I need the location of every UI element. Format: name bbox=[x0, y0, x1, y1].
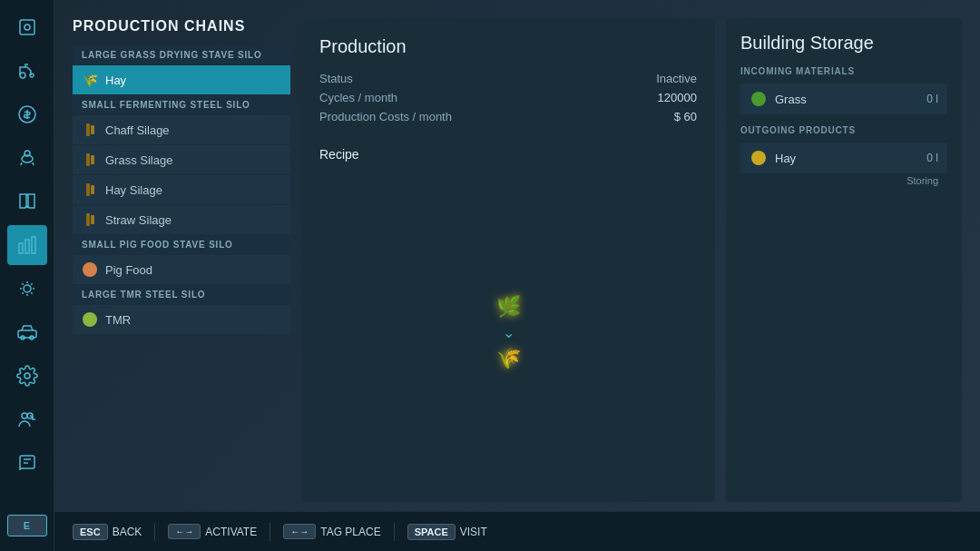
stat-label-status: Status bbox=[319, 72, 353, 85]
separator-2 bbox=[270, 523, 270, 541]
tmr-icon bbox=[82, 311, 98, 328]
sidebar-icon-settings[interactable] bbox=[7, 356, 47, 396]
section-header-large-grass: LARGE GRASS DRYING STAVE SILO bbox=[73, 45, 290, 64]
stat-row-costs: Production Costs / month $ 60 bbox=[319, 110, 697, 123]
sidebar-icon-contracts[interactable] bbox=[7, 399, 47, 439]
esc-back-btn[interactable]: ESC BACK bbox=[73, 524, 142, 540]
recipe-title: Recipe bbox=[319, 147, 697, 162]
chain-item-hay[interactable]: 🌾 Hay bbox=[73, 65, 290, 94]
chain-item-hay-silage[interactable]: Hay Silage bbox=[73, 175, 290, 204]
chain-item-straw-silage[interactable]: Straw Silage bbox=[73, 205, 290, 234]
bottom-bar: ESC BACK ←→ ACTIVATE ←→ TAG PLACE SPACE … bbox=[54, 511, 980, 551]
chain-item-tmr-label: TMR bbox=[105, 313, 131, 327]
tag-place-btn[interactable]: ←→ TAG PLACE bbox=[283, 524, 380, 539]
sidebar-icon-animals[interactable] bbox=[7, 138, 47, 178]
stat-value-status: Inactive bbox=[656, 72, 697, 85]
chain-item-chaff-silage[interactable]: Chaff Silage bbox=[73, 115, 290, 144]
stat-label-cycles: Cycles / month bbox=[319, 91, 397, 104]
svg-rect-7 bbox=[19, 243, 23, 253]
e-button[interactable]: E bbox=[7, 515, 47, 536]
production-chains-panel: PRODUCTION CHAINS LARGE GRASS DRYING STA… bbox=[73, 18, 290, 502]
visit-label: VISIT bbox=[460, 526, 487, 538]
chain-item-grass-silage-label: Grass Silage bbox=[105, 153, 172, 167]
recipe-arrow-icon: ⌄ bbox=[503, 324, 514, 341]
chain-item-pig-food-label: Pig Food bbox=[105, 263, 152, 277]
chain-item-hay-label: Hay bbox=[105, 74, 126, 87]
recipe-output-icon: 🌾 bbox=[496, 347, 521, 370]
recipe-area: 🌿 ⌄ 🌾 bbox=[319, 172, 697, 484]
outgoing-products-header: OUTGOING PRODUCTS bbox=[740, 125, 947, 135]
sidebar-icon-production[interactable] bbox=[7, 225, 47, 265]
grass-silage-icon bbox=[82, 152, 98, 168]
chain-item-grass-silage[interactable]: Grass Silage bbox=[73, 145, 290, 174]
storage-item-grass-name: Grass bbox=[775, 93, 926, 106]
chain-item-straw-silage-label: Straw Silage bbox=[105, 213, 172, 227]
incoming-materials-header: INCOMING MATERIALS bbox=[740, 66, 947, 76]
main-content: PRODUCTION CHAINS LARGE GRASS DRYING STA… bbox=[54, 0, 980, 551]
sidebar-icon-book[interactable] bbox=[7, 182, 47, 221]
chain-item-tmr[interactable]: TMR bbox=[73, 305, 290, 334]
recipe-input-icon: 🌿 bbox=[496, 295, 521, 319]
chaff-silage-icon bbox=[82, 122, 98, 138]
building-storage-panel: Building Storage INCOMING MATERIALS Gras… bbox=[726, 18, 962, 502]
activate-btn[interactable]: ←→ ACTIVATE bbox=[168, 524, 257, 539]
section-header-pig-food: SMALL PIG FOOD STAVE SILO bbox=[73, 235, 290, 254]
activate-label: ACTIVATE bbox=[205, 526, 257, 538]
storing-label: Storing bbox=[740, 175, 947, 186]
sidebar-icon-tractor[interactable] bbox=[7, 51, 47, 91]
visit-key: SPACE bbox=[407, 524, 456, 540]
chain-item-pig-food[interactable]: Pig Food bbox=[73, 255, 290, 284]
storage-item-grass-amount: 0 l bbox=[926, 93, 938, 105]
production-chains-title: PRODUCTION CHAINS bbox=[73, 18, 290, 34]
svg-point-14 bbox=[24, 373, 30, 379]
stat-row-cycles: Cycles / month 120000 bbox=[319, 91, 697, 104]
tag-place-label: TAG PLACE bbox=[320, 526, 380, 538]
chain-item-chaff-silage-label: Chaff Silage bbox=[105, 123, 170, 137]
storage-item-grass: Grass 0 l bbox=[740, 84, 947, 114]
chain-item-hay-silage-label: Hay Silage bbox=[105, 183, 162, 197]
stat-label-costs: Production Costs / month bbox=[319, 110, 452, 123]
storage-item-hay-amount: 0 l bbox=[926, 152, 938, 164]
sidebar-icon-money[interactable] bbox=[7, 94, 47, 134]
storage-item-hay-name: Hay bbox=[775, 152, 926, 165]
esc-key: ESC bbox=[73, 524, 108, 540]
svg-point-2 bbox=[20, 73, 25, 78]
storage-item-hay: Hay 0 l bbox=[740, 143, 947, 173]
visit-btn[interactable]: SPACE VISIT bbox=[407, 524, 487, 540]
svg-point-1 bbox=[24, 25, 30, 30]
activate-key: ←→ bbox=[168, 524, 201, 539]
sidebar-icon-vehicles[interactable] bbox=[7, 312, 47, 352]
sidebar: E bbox=[0, 0, 54, 551]
production-panel: Production Status Inactive Cycles / mont… bbox=[301, 18, 715, 502]
grass-storage-icon bbox=[750, 90, 768, 108]
separator-3 bbox=[394, 523, 395, 541]
stat-row-status: Status Inactive bbox=[319, 72, 697, 85]
sidebar-icon-map[interactable] bbox=[7, 7, 47, 47]
svg-rect-8 bbox=[25, 240, 29, 253]
tag-place-key: ←→ bbox=[283, 524, 316, 539]
straw-silage-icon bbox=[82, 212, 98, 228]
sidebar-icon-field[interactable] bbox=[7, 269, 47, 309]
hay-silage-icon bbox=[82, 182, 98, 198]
section-header-small-fermenting: SMALL FERMENTING STEEL SILO bbox=[73, 95, 290, 114]
production-title: Production bbox=[319, 36, 697, 57]
stat-value-cycles: 120000 bbox=[658, 91, 697, 104]
building-storage-title: Building Storage bbox=[740, 33, 947, 54]
production-stats: Status Inactive Cycles / month 120000 Pr… bbox=[319, 72, 697, 129]
svg-point-10 bbox=[24, 285, 31, 292]
svg-rect-0 bbox=[20, 20, 34, 34]
svg-point-15 bbox=[22, 413, 27, 418]
section-header-tmr: LARGE TMR STEEL SILO bbox=[73, 285, 290, 304]
pig-food-icon bbox=[82, 261, 98, 278]
stat-value-costs: $ 60 bbox=[674, 110, 697, 123]
back-label: BACK bbox=[113, 526, 142, 538]
separator-1 bbox=[154, 523, 155, 541]
svg-rect-9 bbox=[32, 237, 35, 253]
hay-storage-icon bbox=[750, 149, 768, 167]
sidebar-icon-help[interactable] bbox=[7, 443, 47, 483]
hay-icon: 🌾 bbox=[82, 72, 98, 88]
